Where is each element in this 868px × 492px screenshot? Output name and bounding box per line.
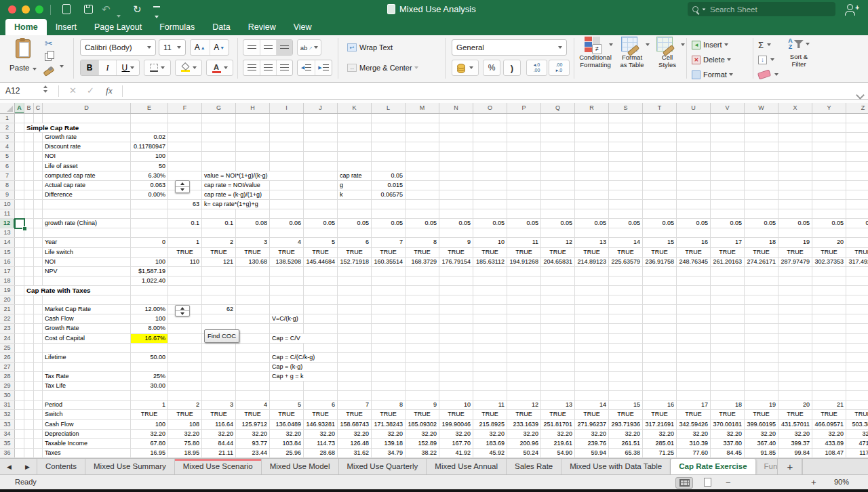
cell[interactable] <box>812 286 846 295</box>
cell[interactable] <box>575 295 609 304</box>
cell[interactable] <box>575 123 609 132</box>
cell[interactable] <box>711 228 745 237</box>
cell-O14[interactable]: 10 <box>473 238 507 247</box>
cell[interactable] <box>236 228 270 237</box>
cell-Z31[interactable]: 22 <box>846 401 868 409</box>
cell-S15[interactable]: TRUE <box>609 248 643 257</box>
cell[interactable] <box>507 200 541 209</box>
cell[interactable] <box>507 152 541 161</box>
cell-N15[interactable]: TRUE <box>439 248 473 257</box>
zoom-percent[interactable]: 90% <box>834 478 849 486</box>
cell[interactable] <box>711 276 745 285</box>
cell-J35[interactable]: 114.73 <box>304 439 338 448</box>
cell[interactable] <box>575 114 609 123</box>
cell[interactable] <box>711 152 745 161</box>
cell-S16[interactable]: 225.63579 <box>609 258 643 266</box>
cell-T14[interactable]: 15 <box>643 238 677 247</box>
cell[interactable] <box>439 314 473 323</box>
cell-I24[interactable]: Cap = C/V <box>270 334 304 343</box>
cell[interactable] <box>372 267 406 276</box>
cell[interactable] <box>473 314 507 323</box>
cell[interactable] <box>406 181 439 190</box>
cell[interactable] <box>778 391 812 400</box>
cell[interactable] <box>812 133 846 142</box>
cell[interactable] <box>236 295 270 304</box>
cell[interactable] <box>24 181 34 190</box>
cell[interactable] <box>24 162 34 171</box>
cell-X32[interactable]: TRUE <box>778 410 812 419</box>
cell[interactable] <box>507 305 541 314</box>
cell[interactable] <box>270 133 304 142</box>
cell[interactable] <box>609 314 643 323</box>
cell[interactable] <box>677 295 711 304</box>
cell[interactable] <box>202 363 236 371</box>
cell[interactable] <box>34 391 43 400</box>
column-header-F[interactable]: F <box>168 103 202 114</box>
cell[interactable] <box>541 295 575 304</box>
cell-E9[interactable]: 0.00% <box>131 190 168 199</box>
cell[interactable] <box>677 344 711 352</box>
cell[interactable] <box>745 391 778 400</box>
redo-icon[interactable]: ↻ <box>133 0 142 19</box>
cell[interactable] <box>473 209 507 218</box>
cell[interactable] <box>34 382 43 390</box>
cell[interactable] <box>236 353 270 362</box>
cell-U34[interactable]: 32.20 <box>677 430 711 438</box>
underline-button[interactable]: U <box>117 60 139 75</box>
cell[interactable] <box>131 114 168 123</box>
cell[interactable] <box>778 171 812 180</box>
cell-L33[interactable]: 171.38243 <box>372 420 406 429</box>
cell-D7[interactable]: computed cap rate <box>43 171 131 180</box>
cell[interactable] <box>677 209 711 218</box>
cell-M16[interactable]: 168.3729 <box>406 258 439 266</box>
cell[interactable] <box>507 353 541 362</box>
spinner-down-button[interactable] <box>176 187 189 192</box>
cell[interactable] <box>270 305 304 314</box>
cell[interactable] <box>168 286 202 295</box>
row-header-28[interactable]: 28 <box>0 372 15 381</box>
cell-L31[interactable]: 8 <box>372 401 406 409</box>
cell-D14[interactable]: Year <box>43 238 131 247</box>
cell-P36[interactable]: 50.24 <box>507 449 541 457</box>
cell-K32[interactable]: TRUE <box>338 410 372 419</box>
cell[interactable] <box>575 324 609 333</box>
cell[interactable] <box>507 334 541 343</box>
cell-G32[interactable]: TRUE <box>202 410 236 419</box>
cell[interactable] <box>131 209 168 218</box>
cell[interactable] <box>236 344 270 352</box>
cell-V33[interactable]: 370.00181 <box>711 420 745 429</box>
cell[interactable] <box>643 171 677 180</box>
cell-Y12[interactable]: 0.05 <box>812 219 846 228</box>
cell[interactable] <box>439 171 473 180</box>
cell-J12[interactable]: 0.05 <box>304 219 338 228</box>
cell-Q32[interactable]: TRUE <box>541 410 575 419</box>
cell-R35[interactable]: 239.76 <box>575 439 609 448</box>
cell-U32[interactable]: TRUE <box>677 410 711 419</box>
cell-S33[interactable]: 293.71936 <box>609 420 643 429</box>
cell[interactable] <box>812 391 846 400</box>
cell-Z33[interactable]: 503.3833 <box>846 420 868 429</box>
cell[interactable] <box>677 363 711 371</box>
cell[interactable] <box>473 305 507 314</box>
cell[interactable] <box>15 420 24 429</box>
cell[interactable] <box>609 267 643 276</box>
cell[interactable] <box>372 391 406 400</box>
cell-U31[interactable]: 17 <box>677 401 711 409</box>
cell[interactable] <box>439 209 473 218</box>
cell[interactable] <box>34 114 43 123</box>
cell-T12[interactable]: 0.05 <box>643 219 677 228</box>
cell-L12[interactable]: 0.05 <box>372 219 406 228</box>
cell[interactable] <box>24 276 34 285</box>
cell[interactable] <box>575 267 609 276</box>
cell[interactable] <box>168 142 202 151</box>
cell[interactable] <box>507 372 541 381</box>
cell[interactable] <box>24 305 34 314</box>
cell[interactable] <box>304 295 338 304</box>
cell[interactable] <box>439 372 473 381</box>
cell[interactable] <box>439 162 473 171</box>
cell-M14[interactable]: 8 <box>406 238 439 247</box>
cell[interactable] <box>34 181 43 190</box>
cell-E6[interactable]: 50 <box>131 162 168 171</box>
cell-Q33[interactable]: 251.81701 <box>541 420 575 429</box>
cell[interactable] <box>24 391 34 400</box>
